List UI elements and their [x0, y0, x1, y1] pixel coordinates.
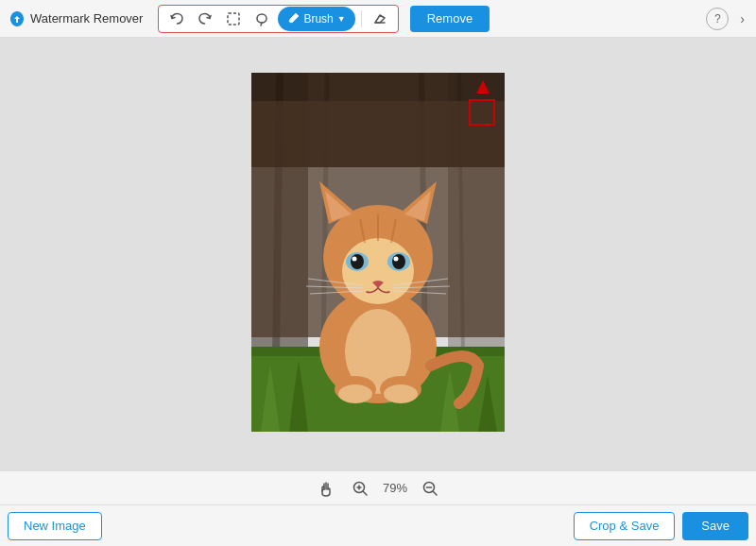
save-button[interactable]: Save: [682, 512, 748, 540]
toolbar-separator: [361, 10, 362, 27]
eraser-tool-button[interactable]: [368, 7, 392, 31]
brush-icon: [287, 12, 300, 25]
lasso-icon: [254, 11, 269, 26]
remove-button[interactable]: Remove: [410, 6, 490, 32]
svg-point-20: [394, 257, 399, 262]
header: Watermark Remover: [0, 0, 756, 38]
help-icon: ?: [714, 12, 721, 26]
expand-button[interactable]: ›: [736, 9, 748, 28]
svg-point-18: [392, 254, 405, 269]
brush-tool-button[interactable]: Brush ▼: [278, 7, 354, 31]
brush-dropdown-icon: ▼: [337, 14, 346, 24]
svg-line-38: [433, 491, 437, 495]
zoom-out-icon: [421, 480, 438, 497]
selection-tool-button[interactable]: [221, 7, 246, 31]
new-image-button[interactable]: New Image: [8, 512, 102, 540]
toolbar-box: Brush ▼: [158, 5, 398, 33]
selection-indicator: [469, 80, 497, 126]
red-selection-box: [469, 99, 495, 126]
redo-button[interactable]: [193, 7, 217, 31]
svg-rect-0: [228, 13, 239, 25]
app-title: Watermark Remover: [30, 11, 143, 26]
eraser-icon: [372, 11, 387, 26]
hand-icon: [318, 480, 335, 497]
redo-icon: [198, 11, 213, 26]
svg-point-17: [351, 254, 364, 269]
svg-marker-31: [476, 80, 490, 94]
zoom-in-icon: [352, 480, 369, 497]
svg-point-30: [384, 384, 418, 403]
chevron-right-icon: ›: [740, 11, 745, 26]
zoom-in-button[interactable]: [349, 477, 371, 500]
svg-point-14: [342, 238, 414, 304]
help-button[interactable]: ?: [706, 8, 729, 30]
canvas-area: [0, 38, 756, 470]
svg-point-19: [352, 257, 357, 262]
brush-label: Brush: [303, 12, 333, 26]
logo-icon: [8, 9, 26, 28]
undo-icon: [169, 11, 184, 26]
image-container: [251, 73, 505, 435]
svg-line-35: [363, 491, 367, 495]
red-arrow-icon: [469, 80, 497, 99]
zoom-level: 79%: [383, 481, 407, 495]
crop-save-button[interactable]: Crop & Save: [574, 512, 676, 540]
zoom-out-button[interactable]: [419, 477, 441, 500]
zoom-bar: 79%: [0, 470, 756, 504]
svg-point-29: [338, 384, 372, 403]
footer: New Image Crop & Save Save: [0, 504, 756, 546]
pan-tool-button[interactable]: [315, 477, 337, 500]
undo-button[interactable]: [164, 7, 189, 31]
cat-image: [251, 73, 505, 432]
lasso-tool-button[interactable]: [249, 7, 274, 31]
logo-area: Watermark Remover: [8, 9, 143, 28]
selection-icon: [226, 11, 241, 26]
